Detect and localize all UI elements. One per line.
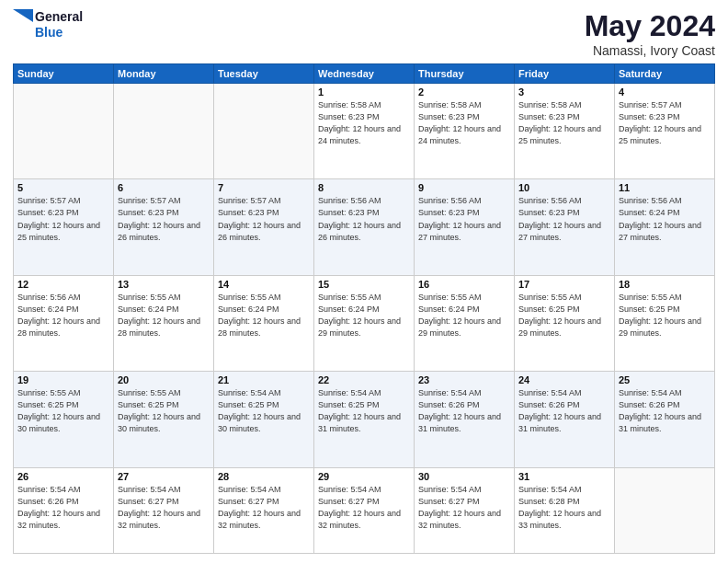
table-row: 8 Sunrise: 5:56 AMSunset: 6:23 PMDayligh… [314,179,415,275]
sub-title: Namassi, Ivory Coast [585,43,715,58]
day-number: 1 [318,86,410,98]
table-row: 17 Sunrise: 5:55 AMSunset: 6:25 PMDaylig… [515,275,615,371]
day-info: Sunrise: 5:55 AMSunset: 6:25 PMDaylight:… [619,292,711,339]
day-number: 12 [17,279,109,290]
table-row: 11 Sunrise: 5:56 AMSunset: 6:24 PMDaylig… [615,179,715,275]
day-number: 17 [518,279,610,290]
day-info: Sunrise: 5:56 AMSunset: 6:23 PMDaylight:… [418,195,510,243]
table-row: 15 Sunrise: 5:55 AMSunset: 6:24 PMDaylig… [314,275,415,371]
day-number: 15 [318,279,410,290]
day-info: Sunrise: 5:54 AMSunset: 6:28 PMDaylight:… [518,484,610,532]
day-number: 18 [619,279,711,290]
day-info: Sunrise: 5:57 AMSunset: 6:23 PMDaylight:… [118,195,210,243]
table-row: 30 Sunrise: 5:54 AMSunset: 6:27 PMDaylig… [415,467,515,553]
table-row: 13 Sunrise: 5:55 AMSunset: 6:24 PMDaylig… [114,275,214,371]
logo: General Blue [13,9,83,40]
day-info: Sunrise: 5:54 AMSunset: 6:27 PMDaylight:… [118,484,210,532]
day-info: Sunrise: 5:54 AMSunset: 6:27 PMDaylight:… [218,484,310,532]
day-number: 9 [418,182,510,193]
table-row: 6 Sunrise: 5:57 AMSunset: 6:23 PMDayligh… [114,179,214,275]
table-row: 25 Sunrise: 5:54 AMSunset: 6:26 PMDaylig… [615,372,715,467]
calendar-week-row: 1 Sunrise: 5:58 AMSunset: 6:23 PMDayligh… [14,84,715,179]
day-info: Sunrise: 5:55 AMSunset: 6:24 PMDaylight:… [118,292,210,339]
day-info: Sunrise: 5:54 AMSunset: 6:26 PMDaylight:… [619,387,711,435]
day-info: Sunrise: 5:57 AMSunset: 6:23 PMDaylight:… [17,195,109,243]
table-row [14,84,114,179]
day-number: 27 [118,471,210,482]
table-row: 5 Sunrise: 5:57 AMSunset: 6:23 PMDayligh… [14,179,114,275]
table-row: 1 Sunrise: 5:58 AMSunset: 6:23 PMDayligh… [314,84,415,179]
day-number: 8 [318,182,410,193]
day-number: 13 [118,279,210,290]
svg-marker-0 [13,9,33,22]
day-number: 2 [418,86,510,98]
day-number: 4 [619,86,711,98]
table-row: 19 Sunrise: 5:55 AMSunset: 6:25 PMDaylig… [14,372,114,467]
day-number: 10 [518,182,610,193]
day-number: 21 [218,374,310,385]
header-tuesday: Tuesday [214,64,314,84]
table-row [114,84,214,179]
day-number: 26 [17,471,109,482]
header-wednesday: Wednesday [314,64,415,84]
table-row: 7 Sunrise: 5:57 AMSunset: 6:23 PMDayligh… [214,179,314,275]
day-number: 14 [218,279,310,290]
day-info: Sunrise: 5:55 AMSunset: 6:24 PMDaylight:… [418,292,510,339]
day-number: 16 [418,279,510,290]
table-row: 4 Sunrise: 5:57 AMSunset: 6:23 PMDayligh… [615,84,715,179]
day-info: Sunrise: 5:57 AMSunset: 6:23 PMDaylight:… [619,99,711,147]
day-info: Sunrise: 5:56 AMSunset: 6:23 PMDaylight:… [518,195,610,243]
day-info: Sunrise: 5:54 AMSunset: 6:25 PMDaylight:… [218,387,310,435]
table-row: 20 Sunrise: 5:55 AMSunset: 6:25 PMDaylig… [114,372,214,467]
title-block: May 2024 Namassi, Ivory Coast [585,9,715,58]
table-row [615,467,715,553]
day-number: 23 [418,374,510,385]
table-row: 28 Sunrise: 5:54 AMSunset: 6:27 PMDaylig… [214,467,314,553]
day-number: 30 [418,471,510,482]
day-info: Sunrise: 5:55 AMSunset: 6:24 PMDaylight:… [318,292,410,339]
day-info: Sunrise: 5:58 AMSunset: 6:23 PMDaylight:… [518,99,610,147]
calendar-week-row: 5 Sunrise: 5:57 AMSunset: 6:23 PMDayligh… [14,179,715,275]
day-number: 22 [318,374,410,385]
table-row: 14 Sunrise: 5:55 AMSunset: 6:24 PMDaylig… [214,275,314,371]
day-number: 24 [518,374,610,385]
day-number: 25 [619,374,711,385]
calendar-week-row: 12 Sunrise: 5:56 AMSunset: 6:24 PMDaylig… [14,275,715,371]
day-info: Sunrise: 5:56 AMSunset: 6:23 PMDaylight:… [318,195,410,243]
table-row: 31 Sunrise: 5:54 AMSunset: 6:28 PMDaylig… [515,467,615,553]
table-row: 26 Sunrise: 5:54 AMSunset: 6:26 PMDaylig… [14,467,114,553]
calendar-week-row: 26 Sunrise: 5:54 AMSunset: 6:26 PMDaylig… [14,467,715,553]
day-number: 7 [218,182,310,193]
day-number: 3 [518,86,610,98]
table-row: 29 Sunrise: 5:54 AMSunset: 6:27 PMDaylig… [314,467,415,553]
table-row: 16 Sunrise: 5:55 AMSunset: 6:24 PMDaylig… [415,275,515,371]
header-saturday: Saturday [615,64,715,84]
table-row: 2 Sunrise: 5:58 AMSunset: 6:23 PMDayligh… [415,84,515,179]
table-row: 9 Sunrise: 5:56 AMSunset: 6:23 PMDayligh… [415,179,515,275]
day-number: 5 [17,182,109,193]
table-row: 12 Sunrise: 5:56 AMSunset: 6:24 PMDaylig… [14,275,114,371]
table-row: 10 Sunrise: 5:56 AMSunset: 6:23 PMDaylig… [515,179,615,275]
header-friday: Friday [515,64,615,84]
day-info: Sunrise: 5:54 AMSunset: 6:27 PMDaylight:… [418,484,510,532]
header-sunday: Sunday [14,64,114,84]
day-number: 20 [118,374,210,385]
calendar-week-row: 19 Sunrise: 5:55 AMSunset: 6:25 PMDaylig… [14,372,715,467]
table-row: 18 Sunrise: 5:55 AMSunset: 6:25 PMDaylig… [615,275,715,371]
day-number: 31 [518,471,610,482]
calendar-header-row: Sunday Monday Tuesday Wednesday Thursday… [14,64,715,84]
day-info: Sunrise: 5:55 AMSunset: 6:25 PMDaylight:… [17,387,109,435]
day-info: Sunrise: 5:58 AMSunset: 6:23 PMDaylight:… [418,99,510,147]
header-thursday: Thursday [415,64,515,84]
main-title: May 2024 [585,9,715,43]
table-row: 27 Sunrise: 5:54 AMSunset: 6:27 PMDaylig… [114,467,214,553]
table-row: 22 Sunrise: 5:54 AMSunset: 6:25 PMDaylig… [314,372,415,467]
day-info: Sunrise: 5:55 AMSunset: 6:25 PMDaylight:… [118,387,210,435]
page: General Blue May 2024 Namassi, Ivory Coa… [0,0,728,563]
day-info: Sunrise: 5:54 AMSunset: 6:26 PMDaylight:… [418,387,510,435]
table-row: 24 Sunrise: 5:54 AMSunset: 6:26 PMDaylig… [515,372,615,467]
day-info: Sunrise: 5:58 AMSunset: 6:23 PMDaylight:… [318,99,410,147]
day-number: 19 [17,374,109,385]
day-number: 11 [619,182,711,193]
table-row: 3 Sunrise: 5:58 AMSunset: 6:23 PMDayligh… [515,84,615,179]
